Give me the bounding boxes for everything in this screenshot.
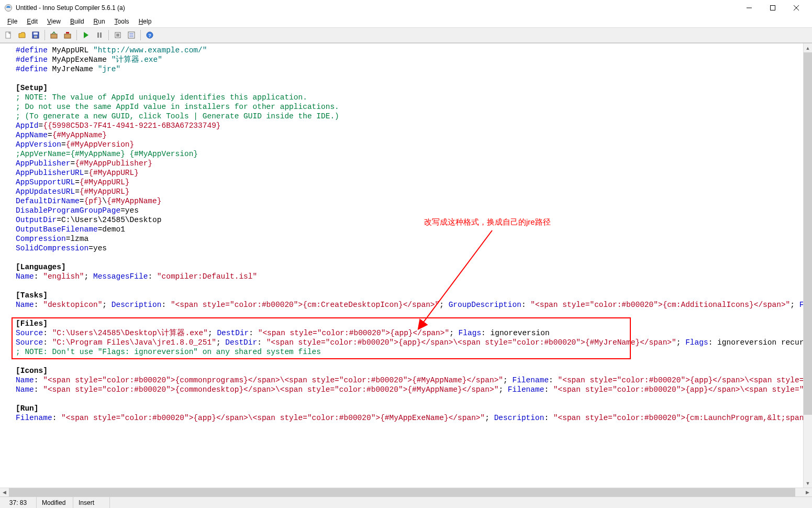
svg-rect-15 (116, 34, 119, 37)
new-button[interactable] (2, 29, 15, 41)
scroll-right-icon[interactable]: ▶ (803, 488, 812, 497)
compile-button[interactable] (48, 29, 60, 41)
scroll-left-icon[interactable]: ◀ (0, 488, 9, 497)
options-button[interactable] (125, 29, 138, 41)
close-button[interactable] (784, 0, 808, 16)
menu-view[interactable]: View (43, 17, 65, 26)
svg-rect-7 (34, 32, 38, 35)
svg-rect-12 (97, 32, 99, 38)
menu-tools[interactable]: Tools (110, 17, 134, 26)
menu-build[interactable]: Build (66, 17, 88, 26)
svg-rect-8 (34, 36, 37, 38)
window-controls (737, 0, 808, 16)
pause-button[interactable] (93, 29, 106, 41)
run-button[interactable] (80, 29, 92, 41)
help-button[interactable]: ? (143, 29, 156, 41)
editor-area: #define MyAppURL "http://www.example.com… (0, 43, 812, 496)
toolbar-separator (76, 30, 77, 40)
svg-text:?: ? (148, 33, 151, 38)
menu-file[interactable]: File (3, 17, 21, 26)
svg-rect-13 (100, 32, 102, 38)
titlebar: Untitled - Inno Setup Compiler 5.6.1 (a) (0, 0, 812, 16)
toolbar-separator (140, 30, 141, 40)
svg-rect-11 (66, 32, 69, 34)
cursor-position: 37: 83 (0, 497, 37, 508)
menu-help[interactable]: Help (135, 17, 156, 26)
horizontal-scrollbar[interactable]: ◀ ▶ (0, 488, 812, 496)
svg-rect-2 (770, 6, 775, 10)
svg-rect-10 (64, 34, 71, 38)
minimize-button[interactable] (737, 0, 761, 16)
maximize-button[interactable] (761, 0, 784, 16)
target-button[interactable] (112, 29, 124, 41)
save-button[interactable] (29, 29, 42, 41)
toolbar-separator (45, 30, 45, 40)
menu-run[interactable]: Run (90, 17, 109, 26)
window-title: Untitled - Inno Setup Compiler 5.6.1 (a) (16, 4, 737, 12)
app-icon (4, 4, 13, 12)
code-editor[interactable]: #define MyAppURL "http://www.example.com… (0, 43, 812, 488)
scroll-down-icon[interactable]: ▼ (804, 479, 812, 488)
scroll-up-icon[interactable]: ▲ (804, 43, 812, 52)
toolbar: ? (0, 27, 812, 43)
insert-mode: Insert (73, 497, 110, 508)
stop-compile-button[interactable] (61, 29, 74, 41)
modified-indicator: Modified (37, 497, 73, 508)
statusbar: 37: 83 Modified Insert (0, 496, 812, 508)
svg-rect-9 (51, 34, 57, 38)
open-button[interactable] (16, 29, 28, 41)
menubar: File Edit View Build Run Tools Help (0, 16, 812, 27)
toolbar-separator (108, 30, 109, 40)
menu-edit[interactable]: Edit (23, 17, 42, 26)
vertical-scrollbar[interactable]: ▲ ▼ (803, 43, 812, 488)
